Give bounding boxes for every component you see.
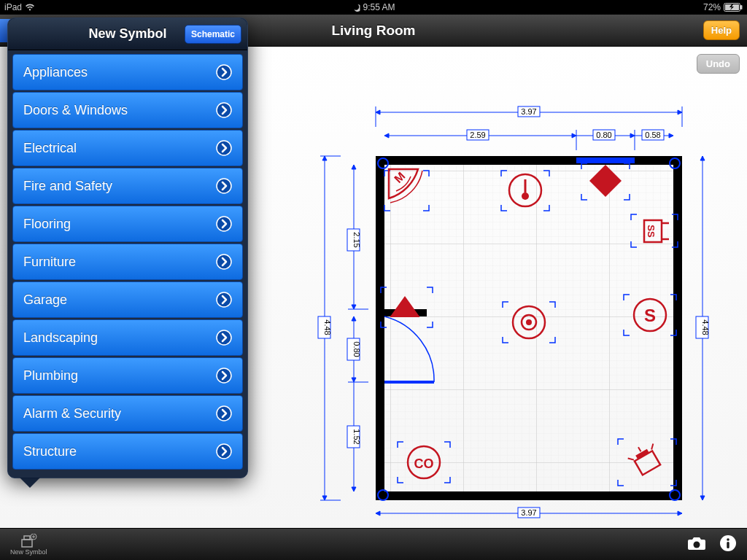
- category-row[interactable]: Alarm & Security: [12, 395, 243, 432]
- category-row[interactable]: Doors & Windows: [12, 92, 243, 128]
- svg-rect-5: [376, 156, 682, 165]
- clock-label: 9:55 AM: [363, 2, 395, 12]
- device-label: iPad: [4, 2, 22, 12]
- do-not-disturb-icon: [352, 4, 360, 12]
- category-label: Electrical: [23, 141, 77, 156]
- category-list: AppliancesDoors & WindowsElectricalFire …: [8, 50, 247, 473]
- category-label: Flooring: [23, 217, 71, 232]
- battery-icon: [724, 3, 743, 12]
- svg-rect-66: [727, 542, 729, 548]
- help-button[interactable]: Help: [703, 20, 740, 40]
- info-button[interactable]: [719, 534, 737, 555]
- page-title: Living Room: [331, 23, 415, 39]
- svg-point-77: [217, 444, 231, 459]
- svg-point-67: [217, 65, 231, 79]
- svg-rect-61: [24, 536, 30, 540]
- strobe-label: SS: [646, 225, 657, 238]
- chevron-right-icon: [216, 254, 232, 270]
- category-label: Doors & Windows: [23, 103, 128, 118]
- svg-rect-6: [376, 491, 682, 500]
- category-label: Garage: [23, 292, 67, 308]
- svg-point-65: [727, 538, 729, 541]
- svg-rect-60: [22, 540, 32, 547]
- dim-top-seg1: 2.59: [470, 131, 485, 139]
- svg-point-69: [217, 141, 231, 155]
- category-row[interactable]: Garage: [12, 281, 243, 318]
- svg-point-73: [217, 292, 231, 307]
- category-row[interactable]: Flooring: [12, 206, 243, 242]
- battery-label: 72%: [703, 2, 721, 12]
- svg-point-63: [694, 541, 700, 548]
- camera-button[interactable]: [687, 535, 706, 554]
- category-label: Appliances: [23, 65, 88, 80]
- new-symbol-popover: New Symbol Schematic AppliancesDoors & W…: [7, 18, 248, 478]
- popover-title: New Symbol: [88, 26, 166, 42]
- svg-point-75: [217, 368, 231, 383]
- svg-point-70: [217, 179, 231, 193]
- category-row[interactable]: Plumbing: [12, 357, 243, 394]
- category-label: Plumbing: [23, 368, 78, 384]
- chevron-right-icon: [216, 368, 232, 384]
- chevron-right-icon: [216, 216, 232, 232]
- dim-top-seg3: 0.58: [645, 131, 660, 139]
- new-symbol-button[interactable]: New Symbol: [10, 534, 47, 556]
- category-label: Fire and Safety: [23, 179, 112, 194]
- wifi-icon: [25, 3, 35, 12]
- svg-point-52: [526, 319, 532, 325]
- chevron-right-icon: [216, 64, 232, 80]
- dim-left-outer: 4.48: [323, 319, 332, 335]
- category-row[interactable]: Appliances: [12, 54, 243, 90]
- new-symbol-label: New Symbol: [10, 548, 47, 556]
- chevron-right-icon: [216, 292, 232, 308]
- svg-rect-7: [376, 156, 384, 500]
- popover-header: New Symbol Schematic: [8, 18, 247, 50]
- bottom-toolbar: New Symbol: [0, 528, 747, 560]
- svg-point-76: [217, 406, 231, 421]
- svg-rect-4: [376, 163, 682, 499]
- smoke-label: S: [644, 306, 656, 325]
- svg-point-72: [217, 254, 231, 269]
- svg-rect-8: [673, 156, 682, 500]
- undo-button[interactable]: Undo: [697, 54, 740, 74]
- category-label: Furniture: [23, 254, 76, 270]
- status-bar: iPad 9:55 AM 72%: [0, 0, 747, 15]
- svg-point-74: [217, 330, 231, 345]
- svg-point-68: [217, 103, 231, 117]
- category-row[interactable]: Electrical: [12, 130, 243, 166]
- category-label: Alarm & Security: [23, 406, 121, 421]
- chevron-right-icon: [216, 330, 232, 346]
- category-row[interactable]: Structure: [12, 433, 243, 470]
- category-row[interactable]: Landscaping: [12, 319, 243, 356]
- dim-right-outer: 4.48: [701, 319, 710, 335]
- svg-rect-1: [740, 5, 743, 9]
- dim-left-seg1: 2.15: [352, 232, 361, 247]
- category-row[interactable]: Fire and Safety: [12, 168, 243, 204]
- chevron-right-icon: [216, 140, 232, 156]
- svg-point-71: [217, 217, 231, 231]
- floor-plan[interactable]: 3.97 2.59 0.80 0.58 3.97 4.48: [317, 98, 711, 521]
- chevron-right-icon: [216, 405, 232, 421]
- svg-rect-11: [576, 158, 635, 163]
- window-symbol[interactable]: [576, 158, 635, 163]
- chevron-right-icon: [216, 102, 232, 118]
- co-label: CO: [414, 456, 434, 471]
- chevron-right-icon: [216, 443, 232, 459]
- category-row[interactable]: Furniture: [12, 244, 243, 280]
- category-label: Landscaping: [23, 330, 98, 346]
- dim-left-seg2: 0.80: [352, 341, 361, 357]
- dim-bottom-outer: 3.97: [521, 508, 536, 517]
- popover-arrow-icon: [20, 478, 40, 488]
- schematic-button[interactable]: Schematic: [185, 25, 241, 44]
- chevron-right-icon: [216, 178, 232, 194]
- dim-left-seg3: 1.52: [352, 429, 361, 444]
- category-label: Structure: [23, 444, 77, 459]
- dim-top-seg2: 0.80: [596, 131, 611, 139]
- svg-point-45: [522, 192, 529, 200]
- dim-top-outer: 3.97: [521, 107, 536, 116]
